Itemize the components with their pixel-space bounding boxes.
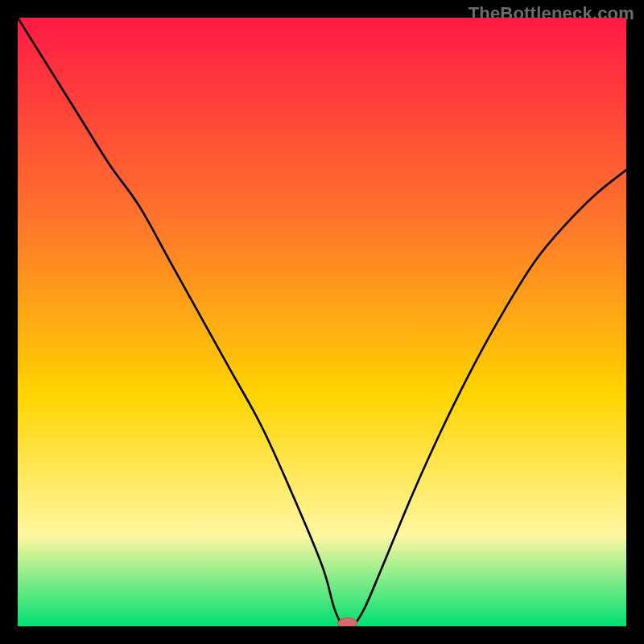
plot-area (18, 18, 626, 626)
gradient-background (18, 18, 626, 626)
chart-frame: TheBottleneck.com (0, 0, 644, 644)
bottleneck-chart (18, 18, 626, 626)
optimum-marker (338, 617, 357, 626)
